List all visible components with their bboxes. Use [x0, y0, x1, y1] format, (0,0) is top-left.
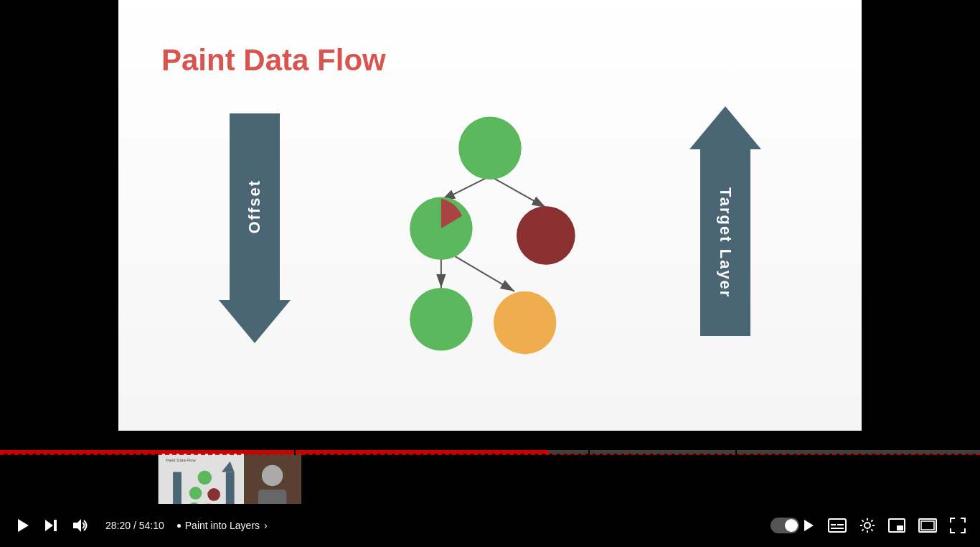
- play-button[interactable]: [14, 518, 30, 533]
- miniplayer-button[interactable]: [888, 518, 905, 533]
- svg-line-1: [490, 176, 546, 207]
- svg-point-15: [189, 487, 202, 500]
- svg-point-14: [197, 471, 212, 485]
- autoplay-toggle[interactable]: [771, 518, 815, 533]
- svg-line-3: [455, 256, 514, 291]
- svg-marker-25: [45, 520, 53, 531]
- svg-point-6: [410, 197, 473, 260]
- chapter-marker-2: [588, 449, 590, 455]
- left-black-bar: [0, 0, 118, 431]
- svg-point-7: [517, 206, 575, 265]
- svg-point-22: [262, 465, 283, 486]
- volume-button[interactable]: [72, 518, 89, 533]
- diagram-area: Offset: [161, 99, 819, 372]
- chapter-marker-3: [735, 449, 737, 455]
- offset-arrow-head: [219, 300, 291, 343]
- svg-text:Paint Data Flow: Paint Data Flow: [166, 458, 196, 462]
- theater-button[interactable]: [918, 518, 937, 533]
- target-arrow-head: [689, 106, 761, 149]
- svg-rect-35: [897, 525, 903, 530]
- svg-marker-24: [18, 519, 29, 532]
- scrubber-dashed-line: [0, 454, 980, 455]
- svg-point-9: [494, 291, 557, 355]
- tree-diagram: [375, 106, 605, 365]
- offset-label: Offset: [245, 179, 264, 234]
- slide-title: Paint Data Flow: [161, 43, 386, 78]
- progress-bar-played[interactable]: [0, 450, 549, 454]
- target-layer-arrow: Target Layer: [689, 106, 761, 336]
- svg-line-0: [441, 176, 490, 200]
- svg-marker-28: [804, 520, 814, 531]
- svg-point-16: [207, 488, 220, 501]
- chapter-dot: [177, 524, 181, 528]
- right-black-bar: [887, 0, 980, 431]
- svg-rect-37: [921, 521, 934, 530]
- target-arrow-shaft: Target Layer: [700, 149, 750, 336]
- toggle-knob: [785, 519, 798, 532]
- svg-point-5: [458, 117, 522, 180]
- target-label: Target Layer: [716, 187, 735, 298]
- svg-point-33: [864, 523, 870, 528]
- chapter-chevron-icon[interactable]: ›: [264, 520, 268, 531]
- skip-button[interactable]: [43, 518, 59, 533]
- slide-content: Paint Data Flow Offset: [118, 0, 862, 431]
- offset-arrow: Offset: [219, 113, 291, 343]
- svg-rect-30: [831, 524, 836, 525]
- offset-arrow-shaft: Offset: [230, 113, 280, 300]
- chapter-marker-1: [294, 449, 296, 455]
- subtitles-button[interactable]: [828, 518, 847, 533]
- svg-rect-31: [837, 524, 844, 525]
- toggle-track[interactable]: [771, 518, 799, 533]
- autoplay-play-icon: [802, 519, 815, 532]
- controls-bar: 28:20 / 54:10 Paint into Layers ›: [0, 504, 980, 547]
- slide-area: Paint Data Flow Offset: [118, 0, 862, 431]
- svg-rect-32: [831, 528, 844, 529]
- scrubber-bg: [0, 436, 980, 504]
- progress-bar-remaining[interactable]: [549, 450, 980, 454]
- svg-rect-26: [54, 520, 57, 531]
- svg-rect-19: [226, 472, 235, 507]
- svg-marker-27: [73, 519, 81, 532]
- time-display: 28:20 / 54:10: [105, 520, 164, 531]
- fullscreen-button[interactable]: [950, 518, 966, 533]
- svg-rect-12: [173, 472, 182, 507]
- chapter-info: Paint into Layers ›: [177, 520, 268, 531]
- settings-button[interactable]: [859, 518, 875, 533]
- svg-point-8: [410, 288, 473, 351]
- chapter-name: Paint into Layers: [185, 520, 260, 531]
